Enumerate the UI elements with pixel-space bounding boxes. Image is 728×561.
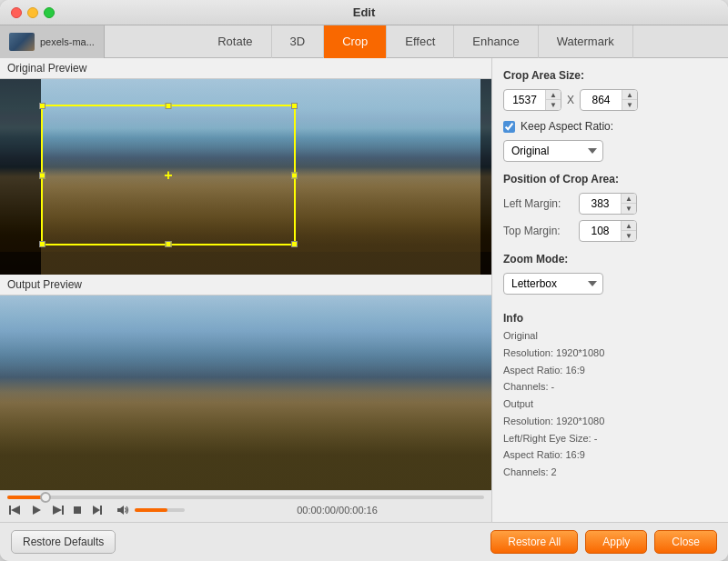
x-separator: X bbox=[567, 94, 574, 106]
original-preview-label: Original Preview bbox=[0, 58, 491, 79]
stop-icon bbox=[73, 506, 82, 515]
minimize-traffic-light[interactable] bbox=[27, 7, 38, 18]
crop-width-input[interactable]: ▲ ▼ bbox=[503, 89, 561, 111]
crop-size-row: ▲ ▼ X ▲ ▼ bbox=[503, 89, 717, 111]
info-section: Info Original Resolution: 1920*1080 Aspe… bbox=[503, 309, 717, 481]
controls-row: 00:00:00/00:00:16 bbox=[7, 503, 484, 517]
stop-button[interactable] bbox=[71, 504, 84, 516]
zoom-mode-select[interactable]: Letterbox Pan & Scan Full bbox=[503, 273, 603, 295]
crop-width-value[interactable] bbox=[504, 94, 545, 106]
playback-bar: 00:00:00/00:00:16 bbox=[0, 490, 491, 522]
bottom-bar: Restore Defaults Restore All Apply Close bbox=[0, 522, 728, 561]
tab-enhance[interactable]: Enhance bbox=[454, 25, 538, 58]
position-section-title: Position of Crop Area: bbox=[503, 173, 717, 185]
progress-track[interactable] bbox=[7, 496, 484, 499]
volume-button[interactable] bbox=[115, 503, 131, 517]
restore-defaults-button[interactable]: Restore Defaults bbox=[11, 530, 116, 554]
zoom-section-title: Zoom Mode: bbox=[503, 253, 717, 265]
top-margin-down[interactable]: ▼ bbox=[622, 231, 636, 241]
volume-area bbox=[115, 503, 185, 517]
aspect-ratio-select[interactable]: Original 16:9 4:3 1:1 9:16 bbox=[503, 140, 603, 162]
left-margin-input[interactable]: ▲ ▼ bbox=[579, 193, 637, 215]
svg-rect-0 bbox=[9, 506, 11, 515]
top-margin-value[interactable] bbox=[580, 225, 621, 237]
play-icon bbox=[31, 505, 42, 516]
volume-track[interactable] bbox=[135, 508, 185, 512]
main-window: Edit pexels-ma... Rotate 3D Crop Effect … bbox=[0, 0, 728, 561]
tab-effect[interactable]: Effect bbox=[387, 25, 454, 58]
skip-forward-button[interactable] bbox=[49, 503, 66, 517]
crop-area-section-title: Crop Area Size: bbox=[503, 69, 717, 82]
file-name: pexels-ma... bbox=[40, 36, 95, 47]
traffic-lights bbox=[11, 7, 55, 18]
window-title: Edit bbox=[353, 5, 376, 19]
output-preview bbox=[0, 296, 491, 491]
svg-marker-2 bbox=[33, 506, 41, 515]
top-margin-input[interactable]: ▲ ▼ bbox=[579, 220, 637, 242]
top-margin-up[interactable]: ▲ bbox=[622, 221, 636, 231]
original-preview: + bbox=[0, 79, 491, 275]
time-display: 00:00:00/00:00:16 bbox=[190, 505, 484, 516]
progress-row bbox=[7, 496, 484, 499]
maximize-traffic-light[interactable] bbox=[44, 7, 55, 18]
info-original-aspect: Aspect Ratio: 16:9 bbox=[503, 362, 717, 379]
play-button[interactable] bbox=[29, 503, 44, 517]
crop-height-input[interactable]: ▲ ▼ bbox=[580, 89, 638, 111]
apply-button[interactable]: Apply bbox=[585, 530, 647, 554]
right-panel: Crop Area Size: ▲ ▼ X ▲ ▼ bbox=[491, 58, 728, 522]
info-output-eye-size: Left/Right Eye Size: - bbox=[503, 430, 717, 447]
svg-marker-6 bbox=[93, 506, 100, 515]
info-original-resolution: Resolution: 1920*1080 bbox=[503, 345, 717, 362]
output-preview-label: Output Preview bbox=[0, 275, 491, 296]
info-title: Info bbox=[503, 309, 717, 327]
file-thumbnail bbox=[9, 33, 35, 51]
position-section: Position of Crop Area: Left Margin: ▲ ▼ … bbox=[503, 173, 717, 242]
crop-height-value[interactable] bbox=[581, 94, 622, 106]
volume-fill bbox=[135, 508, 167, 512]
crop-width-down[interactable]: ▼ bbox=[546, 100, 561, 110]
svg-rect-5 bbox=[74, 506, 81, 514]
main-content: Original Preview bbox=[0, 58, 728, 522]
close-traffic-light[interactable] bbox=[11, 7, 22, 18]
left-margin-down[interactable]: ▼ bbox=[622, 204, 636, 214]
tabs-container: Rotate 3D Crop Effect Enhance Watermark bbox=[105, 25, 728, 58]
output-image bbox=[0, 296, 491, 491]
progress-thumb[interactable] bbox=[40, 492, 51, 503]
left-margin-value[interactable] bbox=[580, 197, 621, 210]
top-margin-row: Top Margin: ▲ ▼ bbox=[503, 220, 717, 242]
left-margin-up[interactable]: ▲ bbox=[622, 194, 636, 204]
left-margin-arrows: ▲ ▼ bbox=[621, 194, 636, 214]
skip-forward-icon bbox=[51, 505, 64, 516]
svg-rect-7 bbox=[100, 506, 102, 515]
crop-height-arrows: ▲ ▼ bbox=[622, 90, 637, 110]
keep-aspect-row: Keep Aspect Ratio: bbox=[503, 120, 717, 133]
info-output-channels: Channels: 2 bbox=[503, 464, 717, 481]
preview-panel: Original Preview bbox=[0, 58, 491, 522]
tab-crop[interactable]: Crop bbox=[324, 25, 387, 58]
svg-marker-1 bbox=[11, 506, 20, 515]
left-margin-label: Left Margin: bbox=[503, 197, 571, 210]
tab-watermark[interactable]: Watermark bbox=[539, 25, 633, 58]
volume-icon bbox=[116, 505, 129, 516]
left-margin-row: Left Margin: ▲ ▼ bbox=[503, 193, 717, 215]
info-original-channels: Channels: - bbox=[503, 378, 717, 396]
svg-marker-8 bbox=[117, 506, 124, 515]
skip-back-button[interactable] bbox=[7, 503, 24, 517]
restore-all-button[interactable]: Restore All bbox=[490, 530, 578, 554]
tab-rotate[interactable]: Rotate bbox=[199, 25, 271, 58]
top-margin-arrows: ▲ ▼ bbox=[621, 221, 636, 241]
top-margin-label: Top Margin: bbox=[503, 225, 571, 237]
bottom-right-buttons: Restore All Apply Close bbox=[490, 530, 717, 554]
info-output-resolution: Resolution: 1920*1080 bbox=[503, 413, 717, 430]
file-tab[interactable]: pexels-ma... bbox=[0, 25, 105, 58]
crop-height-up[interactable]: ▲ bbox=[622, 90, 637, 100]
crop-height-down[interactable]: ▼ bbox=[622, 100, 637, 110]
tab-3d[interactable]: 3D bbox=[272, 25, 325, 58]
original-image: + bbox=[0, 79, 491, 275]
crop-width-arrows: ▲ ▼ bbox=[545, 90, 561, 110]
close-button[interactable]: Close bbox=[654, 530, 717, 554]
end-button[interactable] bbox=[89, 503, 106, 517]
crop-width-up[interactable]: ▲ bbox=[546, 90, 561, 100]
keep-aspect-checkbox[interactable] bbox=[503, 121, 515, 133]
keep-aspect-label: Keep Aspect Ratio: bbox=[521, 120, 613, 133]
